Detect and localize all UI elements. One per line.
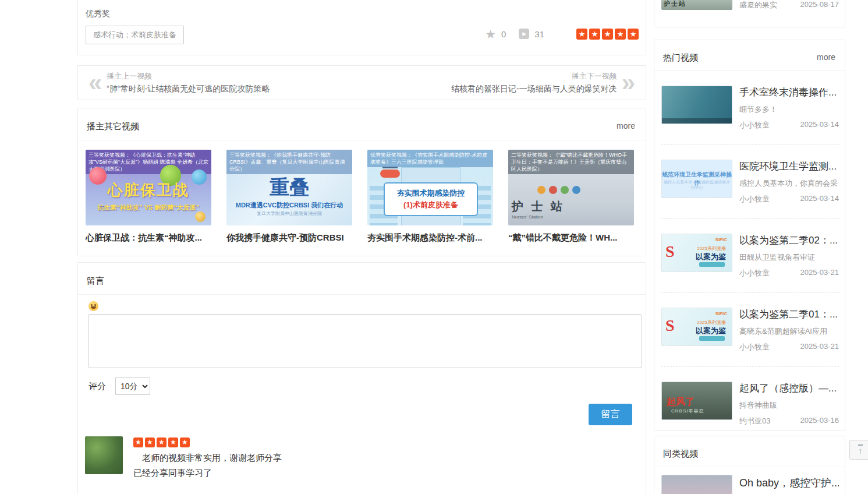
hot-video-item[interactable]: 手术室终末消毒操作... 细节多多！ 小小牧童 2025-03-14 [661, 71, 839, 144]
video-thumbnail[interactable]: 规范环境卫生学监测采样操作 感控人员基本功 全国感控监测质量评估中心 [661, 160, 732, 198]
germ-icon [195, 211, 206, 222]
thumbnail-hospital-name: 复旦大学附属中山医院青浦分院 [226, 210, 352, 217]
comment-rating-stars: ★ ★ ★ ★ ★ [133, 437, 282, 447]
video-info: 手术室终末消毒操作... 细节多多！ 小小牧童 2025-03-14 [739, 86, 839, 130]
rating-star-icon: ★ [589, 29, 600, 40]
prev-next-nav: « 播主上一视频 “肺“常时刻-让结核菌无处可逃的医院攻防策略 播主下一视频 结… [77, 65, 646, 100]
video-thumbnail[interactable] [661, 86, 732, 124]
favorite-star-icon[interactable]: ★ [485, 28, 496, 40]
video-author[interactable]: 小小牧童 [739, 268, 770, 278]
video-thumbnail[interactable] [661, 475, 732, 494]
nurses-station-sign: 护 士 站 Nurses' Station [512, 199, 565, 220]
video-author[interactable]: 小小牧童 [739, 342, 770, 352]
sign-chinese: 护 士 站 [512, 199, 565, 214]
sific-brand: SIFIC [715, 237, 727, 242]
section-title: 播主其它视频 [87, 121, 139, 132]
video-thumbnail[interactable]: S SIFIC 2025系列直播 以案为鉴 [661, 234, 732, 272]
favorite-count: 0 [501, 29, 506, 39]
video-caption[interactable]: 夯实围手术期感染防控-术前... [367, 232, 493, 244]
video-title[interactable]: Oh baby，感控守护... [739, 476, 839, 494]
emoji-picker-icon[interactable] [88, 301, 98, 311]
video-stats: ★ 0 ▶ 31 ★ ★ ★ ★ ★ [485, 26, 639, 42]
video-card[interactable]: 二等奖获奖视频：《“戴”错比不戴更危险！WHO手卫生日：手套不是万能盾！》王美忻… [508, 150, 634, 244]
sific-s-logo: S [665, 316, 675, 335]
video-title[interactable]: 起风了（感控版）—... [739, 382, 839, 395]
thumbnail-sign-text: 护士站 [664, 0, 686, 8]
rating-star-icon: ★ [615, 29, 626, 40]
hot-video-item[interactable]: 起风了 CRBSI零容忍 起风了（感控版）—... 抖音神曲版 约书亚03 20… [661, 366, 839, 440]
more-link[interactable]: more [817, 52, 835, 62]
video-author[interactable]: 小小牧童 [739, 120, 770, 130]
video-thumbnail[interactable]: 起风了 CRBSI零容忍 [661, 382, 732, 420]
thumbnail-line: 2025系列直播 [697, 245, 726, 252]
more-link[interactable]: more [617, 121, 635, 130]
section-title: 同类视频 [663, 449, 698, 460]
comment-item: ★ ★ ★ ★ ★ 老师的视频非常实用，谢谢老师分享 已经分享同事学习了 [85, 436, 634, 479]
sign-line-2: (1)术前皮肤准备 [385, 199, 477, 211]
commenter-avatar[interactable] [85, 436, 123, 474]
video-caption[interactable]: 你我携手健康共守-预防CRBSI [226, 232, 352, 244]
video-card[interactable]: 三等奖获奖视频：《你我携手健康共守-预防CRBSI》孟鑫、重叠（复旦大学附属中山… [226, 150, 352, 244]
prev-video-title[interactable]: “肺“常时刻-让结核菌无处可逃的医院攻防策略 [107, 84, 270, 94]
video-author[interactable]: 盛夏的果实 [739, 0, 777, 10]
similar-video-item[interactable]: Oh baby，感控守护... [654, 467, 845, 494]
video-caption[interactable]: “戴”错比不戴更危险！WH... [508, 232, 634, 244]
thumbnail-subtitle: 感控人员基本功 全国感控监测质量评估中心 [662, 179, 732, 190]
back-to-top-button[interactable]: ↑ [849, 440, 868, 460]
video-date: 2025-03-14 [800, 120, 839, 130]
video-card[interactable]: 夯实围术期感染防控 (1)术前皮肤准备 优秀奖获奖视频：《夯实围手术期感染防控-… [367, 150, 493, 244]
rating-star-icon: ★ [576, 29, 587, 40]
video-thumbnail[interactable]: 护士站 [661, 0, 732, 10]
video-thumbnail[interactable]: 三等奖获奖视频：《你我携手健康共守-预防CRBSI》孟鑫、重叠（复旦大学附属中山… [226, 150, 352, 225]
next-video-label: 播主下一视频 [572, 71, 617, 82]
video-date: 2025-08-17 [800, 0, 839, 9]
rating-star-icon: ★ [157, 437, 166, 447]
comment-textarea[interactable] [88, 314, 642, 368]
next-video-title[interactable]: 结核君的嚣张日记-一场细菌与人类的爆笑对决 [451, 84, 617, 94]
video-title[interactable]: 以案为鉴第二季02：... [739, 234, 839, 247]
sidebar-partial-item[interactable]: 护士站 盛夏的果实 2025-08-17 [654, 0, 845, 27]
video-thumbnail[interactable]: S SIFIC 2025系列直播 以案为鉴 [661, 308, 732, 346]
rating-star-icon: ★ [168, 437, 178, 447]
chevron-left-icon[interactable]: « [88, 71, 102, 94]
video-thumbnail[interactable]: 夯实围术期感染防控 (1)术前皮肤准备 优秀奖获奖视频：《夯实围手术期感染防控-… [367, 150, 493, 225]
video-author[interactable]: 约书亚03 [739, 416, 770, 426]
comment-text: 老师的视频非常实用，谢谢老师分享 [133, 453, 282, 464]
video-subtitle: 抖音神曲版 [739, 400, 839, 411]
video-caption[interactable]: 心脏保卫战：抗生素“神助攻... [86, 232, 211, 244]
video-date: 2025-03-14 [800, 194, 839, 204]
video-info: 起风了（感控版）—... 抖音神曲版 约书亚03 2025-03-16 [739, 382, 839, 426]
hot-video-item[interactable]: S SIFIC 2025系列直播 以案为鉴 以案为鉴第二季01：... 高晓东&… [661, 292, 839, 366]
video-info: 以案为鉴第二季02：... 田靓从卫监视角看审证 小小牧童 2025-03-21 [739, 234, 839, 278]
award-tag[interactable]: 感术行动；术前皮肤准备 [86, 26, 184, 44]
play-triangle-icon: ▶ [522, 31, 526, 37]
video-subtitle: 细节多多！ [739, 104, 839, 115]
video-thumbnail[interactable]: 三等奖获奖视频：《心脏保卫战：抗生素“神助攻”VS耐药菌“大反派”》杨丽娟 陈瑞… [86, 150, 211, 225]
video-title[interactable]: 医院环境卫生学监测... [739, 160, 839, 173]
video-title[interactable]: 手术室终末消毒操作... [739, 86, 839, 99]
rating-select[interactable]: 10分 [115, 377, 150, 395]
rating-star-icon: ★ [628, 29, 639, 40]
thumbnail-subtitle: MDR遭遇CVC防控CRBSI 我们在行动 [226, 201, 352, 210]
video-author[interactable]: 小小牧童 [739, 194, 770, 204]
video-title[interactable]: 以案为鉴第二季01：... [739, 308, 839, 321]
submit-comment-button[interactable]: 留言 [589, 404, 632, 425]
section-title: 留言 [87, 276, 104, 287]
video-card-row: 三等奖获奖视频：《心脏保卫战：抗生素“神助攻”VS耐药菌“大反派”》杨丽娟 陈瑞… [78, 140, 646, 244]
next-video-link[interactable]: 播主下一视频 结核君的嚣张日记-一场细菌与人类的爆笑对决 » [445, 66, 646, 100]
thumbnail-sign-box: 夯实围术期感染防控 (1)术前皮肤准备 [384, 182, 478, 216]
hot-video-item[interactable]: 规范环境卫生学监测采样操作 感控人员基本功 全国感控监测质量评估中心 医院环境卫… [661, 144, 839, 218]
hot-video-item[interactable]: S SIFIC 2025系列直播 以案为鉴 以案为鉴第二季02：... 田靓从卫… [661, 218, 839, 292]
rating-star-icon: ★ [602, 29, 613, 40]
helicopter-icon [380, 170, 400, 178]
prev-video-link[interactable]: « 播主上一视频 “肺“常时刻-让结核菌无处可逃的医院攻防策略 [78, 66, 275, 100]
thumbnail-subtitle: 抗生素“神助攻” VS 耐药菌“大反派” [86, 203, 211, 212]
rating-label: 评分 [88, 381, 106, 392]
similar-videos-section: 同类视频 Oh baby，感控守护... [654, 436, 845, 494]
video-card[interactable]: 三等奖获奖视频：《心脏保卫战：抗生素“神助攻”VS耐药菌“大反派”》杨丽娟 陈瑞… [86, 150, 211, 244]
video-thumbnail[interactable]: 二等奖获奖视频：《“戴”错比不戴更危险！WHO手卫生日：手套不是万能盾！》王美忻… [508, 150, 634, 225]
chevron-right-icon[interactable]: » [622, 71, 635, 94]
section-header: 同类视频 [654, 436, 845, 467]
video-detail-page: 优秀奖 感术行动；术前皮肤准备 ★ 0 ▶ 31 ★ ★ ★ ★ ★ « 播主上… [0, 0, 868, 494]
section-title: 热门视频 [663, 52, 698, 63]
